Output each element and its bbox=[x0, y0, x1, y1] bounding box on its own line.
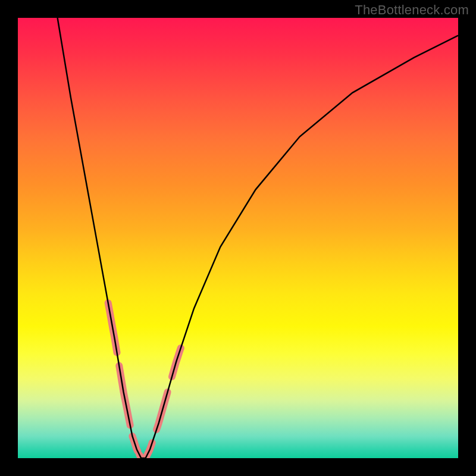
watermark-text: TheBottleneck.com bbox=[355, 2, 469, 18]
highlight-segment bbox=[139, 443, 152, 458]
chart-frame: TheBottleneck.com bbox=[0, 0, 476, 476]
highlight-segment bbox=[156, 392, 168, 430]
plot-area bbox=[18, 18, 458, 458]
highlight-segment bbox=[119, 366, 130, 425]
highlight-segment bbox=[172, 348, 181, 377]
highlight-segment bbox=[132, 436, 137, 451]
bottleneck-curve bbox=[58, 18, 458, 458]
highlight-segments bbox=[108, 303, 181, 458]
curve-layer bbox=[18, 18, 458, 458]
highlight-segment bbox=[108, 303, 117, 352]
